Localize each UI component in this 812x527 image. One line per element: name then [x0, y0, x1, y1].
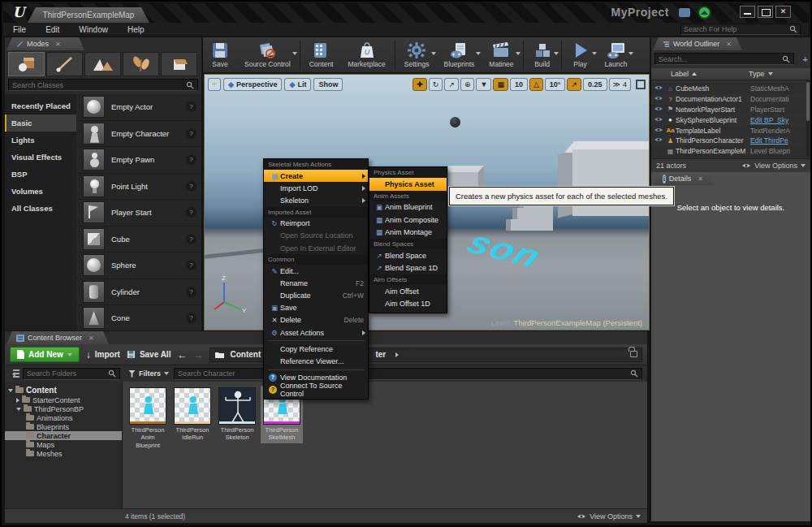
menu-item-save[interactable]: ▣ Save [264, 302, 368, 314]
help-icon[interactable]: ? [186, 313, 197, 323]
maximize-viewport-button[interactable] [636, 80, 646, 89]
help-icon[interactable]: ? [186, 287, 197, 297]
submenu-item-aim-offset[interactable]: Aim Offset [369, 285, 447, 298]
menu-item-connect-source-control[interactable]: ? Connect To Source Control [264, 384, 368, 396]
menu-item-copy-reference[interactable]: Copy Reference [264, 343, 368, 355]
submenu-item-anim-montage[interactable]: ▦ Anim Montage [369, 227, 447, 240]
help-icon[interactable]: ? [186, 181, 197, 192]
outliner-row-documentation[interactable]: ? DocumentationActor1Documentati [651, 94, 806, 105]
rotation-snap-value[interactable]: 10° [545, 78, 566, 91]
menu-item-delete[interactable]: ✕ Delete Delete [264, 314, 368, 326]
assets-search-input[interactable] [178, 369, 630, 378]
edit-blueprint-link[interactable]: Edit ThirdPe [750, 136, 806, 145]
close-icon[interactable]: ✕ [89, 335, 94, 342]
menu-file[interactable]: File [3, 25, 36, 34]
outliner-view-options-button[interactable]: View Options [741, 162, 806, 170]
folders-search-input[interactable] [27, 369, 108, 378]
edit-blueprint-link[interactable]: Edit BP_Sky [750, 116, 806, 124]
actor-cube[interactable]: Cube ? [76, 227, 201, 253]
submenu-item-physics-asset[interactable]: Physics Asset [369, 178, 447, 191]
category-recently-placed[interactable]: Recently Placed [5, 97, 76, 114]
asset-tile-idlerun[interactable]: ThirdPerson IdleRun [171, 386, 214, 443]
help-icon[interactable]: ? [186, 234, 197, 244]
type-column-header[interactable]: Type [749, 70, 765, 78]
camera-mode-button[interactable]: ◆Perspective [223, 78, 282, 91]
folder-startercontent[interactable]: StarterContent [5, 395, 122, 404]
rotation-snap-button[interactable]: △ [529, 78, 543, 91]
settings-button[interactable]: Settings [397, 37, 437, 72]
category-all-classes[interactable]: All Classes [5, 200, 76, 217]
expanded-icon[interactable] [8, 389, 13, 392]
actor-empty-pawn[interactable]: Empty Pawn ? [76, 147, 201, 174]
content-browser-tab[interactable]: Content Browser ✕ [6, 331, 109, 344]
play-button[interactable]: Play [564, 37, 598, 72]
menu-window[interactable]: Window [69, 25, 118, 34]
level-tab[interactable]: ThirdPersonExampleMap [28, 7, 149, 23]
viewport-options-button[interactable] [208, 78, 221, 91]
forward-button[interactable]: → [193, 349, 203, 361]
skeletal-mesh-actor[interactable] [450, 117, 460, 127]
folder-content[interactable]: Content [5, 385, 122, 395]
breadcrumb-current[interactable]: ter [375, 350, 386, 359]
expanded-icon[interactable] [16, 408, 21, 411]
menu-item-rename[interactable]: Rename F2 [264, 277, 368, 289]
submenu-item-aim-offset-1d[interactable]: Aim Offset 1D [369, 298, 447, 311]
menu-item-create[interactable]: ▣ Create [264, 170, 368, 182]
category-basic[interactable]: Basic [5, 114, 76, 132]
feedback-icon[interactable] [679, 8, 690, 17]
import-button[interactable]: ↓ Import [86, 349, 120, 361]
label-column-header[interactable]: Label [671, 70, 689, 78]
add-filter-icon[interactable]: + [803, 54, 808, 64]
folder-meshes[interactable]: Meshes [5, 449, 122, 458]
breadcrumb-root[interactable]: Content [230, 350, 261, 359]
world-outliner-tab[interactable]: World Outliner ✕ [653, 37, 742, 50]
visibility-eye-icon[interactable] [654, 95, 665, 103]
submenu-item-anim-composite[interactable]: ▦ Anim Composite [369, 214, 447, 227]
actor-player-start[interactable]: Player Start ? [76, 200, 201, 227]
collapsed-icon[interactable] [16, 398, 19, 403]
visibility-eye-icon[interactable] [654, 136, 665, 145]
breadcrumb-arrow-icon[interactable] [395, 352, 399, 357]
grid-snap-value[interactable]: 10 [510, 78, 528, 91]
outliner-search-input[interactable] [659, 55, 782, 63]
assets-search[interactable] [174, 368, 642, 380]
close-button[interactable]: ✕ [775, 6, 791, 18]
actor-empty-character[interactable]: Empty Character ? [76, 121, 201, 148]
help-search-input[interactable] [684, 25, 789, 33]
submenu-item-anim-blueprint[interactable]: ▣ Anim Blueprint [369, 201, 447, 214]
back-button[interactable]: ← [177, 349, 187, 361]
dropdown-caret-icon[interactable] [476, 52, 481, 55]
mode-paint-button[interactable] [46, 52, 83, 76]
content-view-options-button[interactable]: View Options [577, 512, 641, 521]
help-icon[interactable]: ? [186, 154, 197, 165]
category-visual-effects[interactable]: Visual Effects [5, 149, 76, 166]
scale-tool-button[interactable]: ↗ [444, 78, 459, 91]
outliner-row-character[interactable]: ♟ ThirdPersonCharacterEdit ThirdPe [651, 136, 806, 146]
visibility-eye-icon[interactable] [654, 116, 665, 124]
category-lights[interactable]: Lights [5, 132, 76, 149]
lock-icon[interactable] [630, 351, 637, 357]
camera-speed-button[interactable]: ≫4 [609, 78, 631, 91]
filters-button[interactable]: Filters [128, 369, 169, 378]
blueprints-button[interactable]: Blueprints [437, 37, 482, 72]
coordinate-system-button[interactable]: ⊕ [460, 78, 475, 91]
surface-snap-button[interactable]: ▼ [476, 78, 491, 91]
help-icon[interactable]: ? [186, 128, 197, 139]
dropdown-caret-icon[interactable] [628, 52, 633, 55]
actor-point-light[interactable]: Point Light ? [76, 174, 201, 201]
menu-help[interactable]: Help [118, 25, 154, 34]
outliner-row-playerstart[interactable]: ⚑ NetworkPlayerStartPlayerStart [651, 105, 806, 115]
dropdown-caret-icon[interactable] [516, 52, 520, 55]
view-mode-button[interactable]: ◆Lit [284, 78, 311, 91]
asset-tile-skeleton[interactable]: ThirdPerson Skeleton [216, 386, 258, 443]
modes-tab[interactable]: Modes ✕ [6, 37, 84, 50]
grid-snap-button[interactable]: ▦ [493, 78, 508, 91]
submenu-item-blend-space-1d[interactable]: ↗ Blend Space 1D [369, 262, 447, 275]
mode-foliage-button[interactable] [123, 52, 159, 76]
visibility-eye-icon[interactable] [654, 127, 665, 135]
folder-blueprints[interactable]: Blueprints [5, 422, 122, 431]
menu-item-asset-actions[interactable]: ⚙ Asset Actions [264, 326, 368, 339]
folders-search[interactable] [23, 368, 120, 380]
menu-item-reference-viewer[interactable]: Reference Viewer... [264, 355, 368, 367]
maximize-button[interactable] [758, 6, 773, 18]
